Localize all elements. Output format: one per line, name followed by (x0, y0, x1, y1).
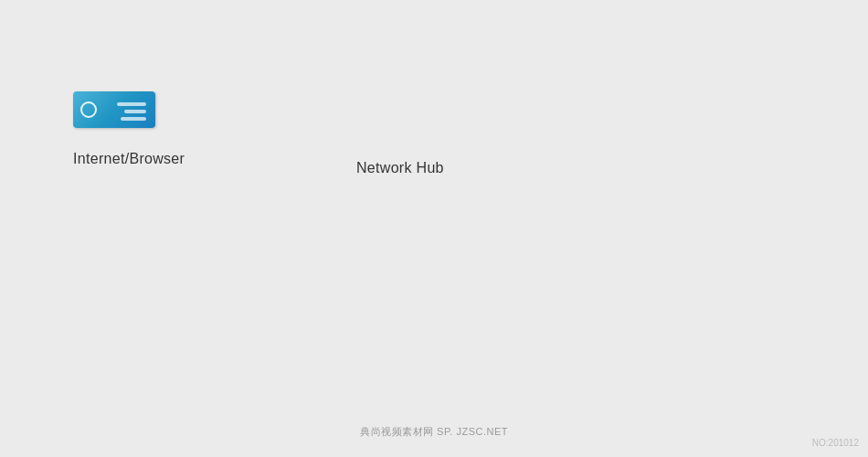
internet-browser-section: Internet/Browser (73, 91, 185, 167)
icon-bar-1 (117, 102, 146, 106)
browser-icon[interactable] (73, 91, 155, 128)
watermark: 典尚视频素材网 SP. JZSC.NET (360, 425, 508, 439)
network-hub-section: Network Hub (356, 160, 444, 176)
icon-bar-3 (121, 117, 146, 121)
image-id: NO:201012 (812, 438, 859, 448)
watermark-text: 典尚视频素材网 SP. JZSC.NET (360, 425, 508, 439)
icon-bar-2 (124, 110, 146, 113)
internet-browser-label: Internet/Browser (73, 151, 185, 167)
network-hub-label: Network Hub (356, 160, 444, 176)
main-area: Internet/Browser Network Hub 典尚视频素材网 SP.… (0, 0, 868, 457)
